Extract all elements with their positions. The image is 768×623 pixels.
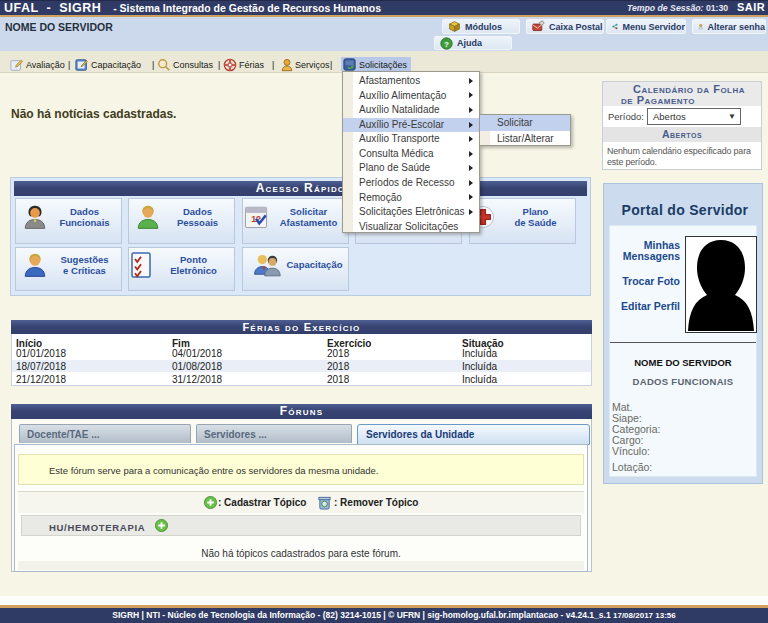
svg-text:?: ? — [444, 39, 449, 48]
